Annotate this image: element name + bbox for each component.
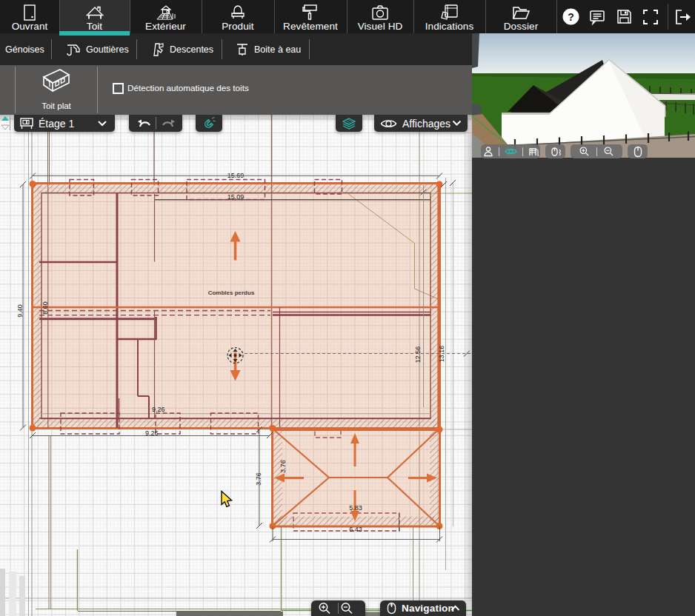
svg-text:?: ? [568, 11, 574, 23]
svg-text:Combles perdus: Combles perdus [208, 289, 255, 296]
svg-text:3.76: 3.76 [255, 472, 262, 486]
svg-text:9.26: 9.26 [152, 406, 165, 413]
svg-text:13.16: 13.16 [438, 346, 445, 363]
svg-text:5.83: 5.83 [349, 504, 362, 512]
svg-text:8.60: 8.60 [41, 301, 49, 315]
svg-text:15.69: 15.69 [227, 172, 245, 179]
svg-text:9.40: 9.40 [16, 304, 24, 318]
svg-text:6.43: 6.43 [349, 526, 362, 533]
svg-text:3.76: 3.76 [279, 460, 287, 473]
svg-text:15.09: 15.09 [227, 193, 245, 201]
svg-text:12.56: 12.56 [414, 346, 422, 364]
